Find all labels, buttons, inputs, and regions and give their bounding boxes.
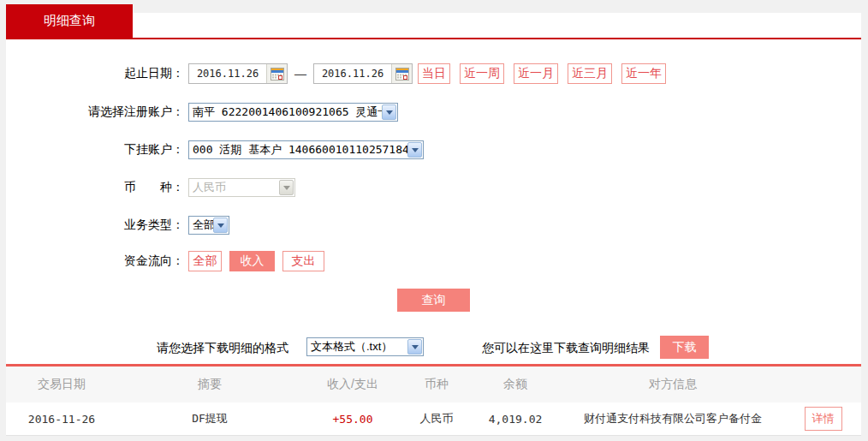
cell-summary: DF提现 bbox=[117, 411, 302, 426]
cell-currency: 人民币 bbox=[403, 411, 470, 426]
table-row: 2016-11-26 DF提现 +55.00 人民币 4,019.02 财付通支… bbox=[6, 402, 861, 436]
business-type-value: 全部 bbox=[189, 218, 213, 233]
register-account-select[interactable]: 南平 6222001406100921065 灵通卡 bbox=[188, 103, 398, 122]
cell-amount: +55.00 bbox=[302, 413, 403, 426]
tab-label: 明细查询 bbox=[44, 13, 95, 29]
cell-actions: 详情 bbox=[785, 407, 861, 431]
sub-account-select[interactable]: 000 活期 基本户 1406600101102571848 bbox=[188, 140, 424, 159]
download-row: 请您选择下载明细的格式 文本格式（.txt） 您可以在这里下载查询明细结果 下载 bbox=[6, 336, 861, 359]
quick-range-month-button[interactable]: 近一月 bbox=[514, 63, 558, 84]
download-format-select[interactable]: 文本格式（.txt） bbox=[306, 337, 424, 356]
col-header-date: 交易日期 bbox=[6, 377, 117, 392]
download-button[interactable]: 下载 bbox=[660, 336, 709, 359]
end-date-input[interactable]: 2016.11.26 bbox=[313, 63, 413, 84]
chevron-down-icon bbox=[213, 218, 228, 233]
fund-flow-row: 资金流向： 全部 收入 支出 bbox=[6, 251, 861, 271]
quick-range-3months-button[interactable]: 近三月 bbox=[568, 63, 612, 84]
sub-account-value: 000 活期 基本户 1406600101102571848 bbox=[189, 142, 407, 158]
col-header-summary: 摘要 bbox=[117, 377, 302, 392]
register-account-row: 请选择注册账户： 南平 6222001406100921065 灵通卡 bbox=[6, 102, 861, 122]
fund-flow-expense-button[interactable]: 支出 bbox=[282, 251, 324, 271]
calendar-icon[interactable] bbox=[266, 64, 287, 83]
date-range-row: 起止日期： 2016.11.26 bbox=[6, 63, 861, 84]
business-type-row: 业务类型： 全部 bbox=[6, 215, 861, 235]
sub-account-label: 下挂账户： bbox=[6, 142, 184, 158]
col-header-balance: 余额 bbox=[470, 377, 561, 392]
cell-balance: 4,019.02 bbox=[470, 413, 561, 426]
fund-flow-income-button[interactable]: 收入 bbox=[229, 251, 275, 271]
date-range-controls: 2016.11.26 — bbox=[188, 63, 666, 84]
start-date-value: 2016.11.26 bbox=[189, 68, 266, 80]
tab-detail-query[interactable]: 明细查询 bbox=[6, 4, 133, 38]
table-header-row: 交易日期 摘要 收入/支出 币种 余额 对方信息 bbox=[6, 367, 861, 402]
register-account-label: 请选择注册账户： bbox=[6, 104, 184, 120]
date-separator: — bbox=[294, 67, 306, 80]
download-format-value: 文本格式（.txt） bbox=[307, 339, 407, 355]
calendar-icon[interactable] bbox=[391, 64, 412, 83]
cell-date: 2016-11-26 bbox=[6, 413, 117, 426]
col-header-currency: 币种 bbox=[403, 377, 470, 392]
business-type-select[interactable]: 全部 bbox=[188, 216, 229, 235]
download-hint: 您可以在这里下载查询明细结果 bbox=[482, 341, 650, 356]
currency-row: 币 种： 人民币 bbox=[6, 177, 861, 198]
register-account-value: 南平 6222001406100921065 灵通卡 bbox=[189, 104, 382, 120]
currency-select: 人民币 bbox=[188, 178, 295, 197]
fund-flow-label: 资金流向： bbox=[6, 253, 184, 269]
quick-range-year-button[interactable]: 近一年 bbox=[621, 63, 666, 84]
date-range-label: 起止日期： bbox=[6, 66, 184, 81]
quick-range-week-button[interactable]: 近一周 bbox=[460, 63, 504, 84]
download-format-label: 请您选择下载明细的格式 bbox=[157, 341, 288, 356]
content-panel: 明细查询 起止日期： 2016.11.26 bbox=[6, 13, 861, 436]
start-date-input[interactable]: 2016.11.26 bbox=[188, 63, 288, 84]
chevron-down-icon bbox=[279, 180, 294, 195]
query-button[interactable]: 查询 bbox=[397, 289, 470, 312]
currency-label: 币 种： bbox=[6, 180, 184, 195]
chevron-down-icon bbox=[382, 104, 396, 120]
col-header-amount: 收入/支出 bbox=[302, 377, 403, 392]
sub-account-row: 下挂账户： 000 活期 基本户 1406600101102571848 bbox=[6, 140, 861, 160]
detail-button[interactable]: 详情 bbox=[805, 407, 842, 431]
cell-counterparty: 财付通支付科技有限公司客户备付金 bbox=[561, 411, 785, 426]
chevron-down-icon bbox=[407, 339, 422, 355]
col-header-counterparty: 对方信息 bbox=[561, 377, 785, 392]
fund-flow-all-button[interactable]: 全部 bbox=[188, 251, 222, 271]
business-type-label: 业务类型： bbox=[6, 218, 184, 233]
currency-value: 人民币 bbox=[189, 180, 279, 195]
chevron-down-icon bbox=[407, 142, 422, 158]
quick-range-today-button[interactable]: 当日 bbox=[418, 63, 450, 84]
end-date-value: 2016.11.26 bbox=[314, 68, 391, 80]
tab-underline bbox=[6, 38, 861, 39]
